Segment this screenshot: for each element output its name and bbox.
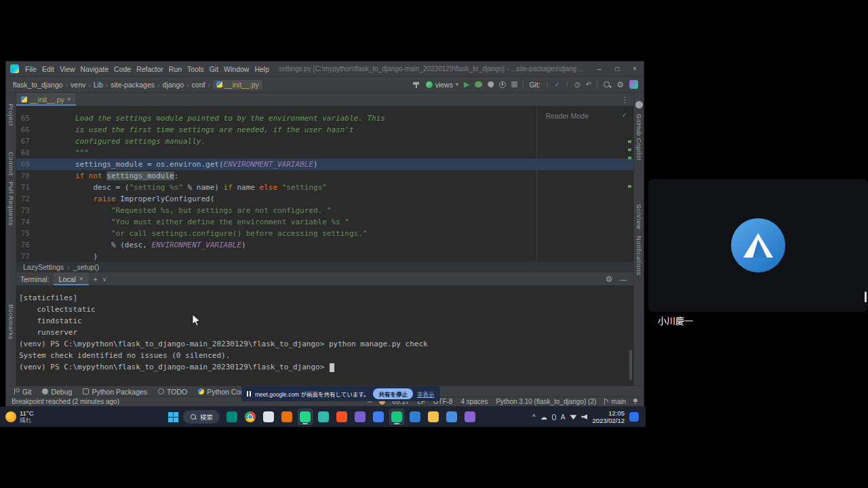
- taskbar-app-chrome[interactable]: [243, 409, 258, 425]
- github-copilot-icon[interactable]: [635, 101, 643, 108]
- breadcrumb-site-packages[interactable]: site-packages: [111, 81, 155, 89]
- taskbar-app-edge[interactable]: [408, 409, 422, 425]
- line-number[interactable]: 66: [16, 124, 39, 136]
- tab-init-py[interactable]: __init__.py ×: [16, 93, 77, 106]
- tool-stripe-project[interactable]: Project: [7, 104, 15, 126]
- line-number[interactable]: 70: [16, 170, 39, 182]
- menu-code[interactable]: Code: [111, 62, 134, 77]
- ide-ai-icon[interactable]: [629, 80, 638, 89]
- code-line-67[interactable]: 67 configured settings manually.: [16, 136, 633, 147]
- new-terminal-icon[interactable]: +: [89, 275, 102, 283]
- code-line-74[interactable]: 74 "You must either define the environme…: [16, 216, 633, 228]
- taskbar-app-app-purple[interactable]: [353, 409, 368, 425]
- menu-run[interactable]: Run: [166, 62, 184, 77]
- line-number[interactable]: 67: [16, 136, 39, 147]
- coverage-button[interactable]: [488, 81, 494, 88]
- line-number[interactable]: 74: [16, 216, 39, 228]
- tool-stripe-commit[interactable]: Commit: [7, 152, 15, 176]
- volume-icon[interactable]: [581, 414, 587, 420]
- notifications-bell-icon[interactable]: [633, 399, 638, 405]
- taskbar-app-explorer[interactable]: [261, 409, 276, 425]
- code-line-72[interactable]: 72 raise ImproperlyConfigured(: [16, 193, 633, 205]
- taskbar-app-app-red[interactable]: [334, 409, 349, 425]
- code-line-70[interactable]: 70 if not settings_module:: [16, 170, 633, 182]
- ime-indicator[interactable]: A: [561, 413, 566, 421]
- taskbar-app-app-blue[interactable]: [371, 409, 386, 425]
- code-line-75[interactable]: 75 "or call settings.configure() before …: [16, 228, 633, 239]
- toolwindow-todo[interactable]: TODO: [158, 388, 187, 396]
- menu-help[interactable]: Help: [252, 62, 272, 77]
- taskbar-app-app-teal[interactable]: [316, 409, 331, 425]
- code-line-68[interactable]: 68 """: [16, 147, 633, 159]
- tool-stripe-notifications[interactable]: Notifications: [635, 236, 643, 275]
- menu-window[interactable]: Window: [221, 62, 252, 77]
- menu-tools[interactable]: Tools: [184, 62, 207, 77]
- menu-file[interactable]: File: [22, 62, 39, 77]
- tool-stripe-github-copilot[interactable]: GitHub Copilot: [635, 114, 643, 161]
- python-interpreter[interactable]: Python 3.10 (flask_to_django) (2): [496, 398, 596, 405]
- tool-stripe-pull-requests[interactable]: Pull Requests: [7, 182, 15, 226]
- stop-sharing-button[interactable]: 共有を停止: [373, 388, 413, 399]
- run-configuration-select[interactable]: views ▾: [426, 81, 458, 89]
- taskbar-clock[interactable]: 12:05 2023/02/12: [592, 409, 625, 425]
- code-line-76[interactable]: 76 % (desc, ENVIRONMENT_VARIABLE): [16, 239, 633, 251]
- profiler-button[interactable]: [499, 81, 506, 88]
- weather-widget[interactable]: 11°C 晴れ: [0, 410, 34, 424]
- wifi-icon[interactable]: [570, 414, 576, 420]
- git-update-icon[interactable]: ↓: [546, 81, 549, 88]
- breadcrumb-conf[interactable]: conf: [192, 81, 205, 89]
- line-number[interactable]: 68: [16, 147, 39, 159]
- tool-stripe-sciview[interactable]: SciView: [635, 204, 643, 229]
- line-number[interactable]: 76: [16, 239, 39, 251]
- git-history-icon[interactable]: ◷: [574, 81, 580, 88]
- code-line-65[interactable]: 65 Load the settings module pointed to b…: [16, 113, 633, 124]
- code-line-69[interactable]: 69 settings_module = os.environ.get(ENVI…: [16, 159, 633, 170]
- toolwindow-python-packages[interactable]: Python Packages: [83, 388, 147, 396]
- code-line-73[interactable]: 73 "Requested %s, but settings are not c…: [16, 205, 633, 216]
- tool-stripe-bookmarks[interactable]: Bookmarks: [7, 304, 15, 340]
- notification-badge[interactable]: [629, 412, 639, 422]
- minimize-icon[interactable]: —: [620, 275, 627, 283]
- close-icon[interactable]: ×: [79, 275, 83, 283]
- terminal-tab-local[interactable]: Local ×: [54, 272, 89, 285]
- taskbar-app-app-orange[interactable]: [279, 409, 294, 425]
- cloud-icon[interactable]: ☁: [540, 413, 547, 421]
- close-icon[interactable]: ×: [67, 96, 71, 103]
- breadcrumb-flask-to-django[interactable]: flask_to_django: [13, 81, 63, 89]
- line-number[interactable]: 71: [16, 182, 39, 193]
- taskbar-app-folder[interactable]: [426, 409, 441, 425]
- taskbar-app-meet[interactable]: [224, 409, 239, 425]
- terminal[interactable]: [staticfiles] collectstatic findstatic r…: [16, 285, 633, 386]
- menu-edit[interactable]: Edit: [39, 62, 57, 77]
- maximize-button[interactable]: □: [608, 62, 626, 77]
- build-hammer-icon[interactable]: [412, 81, 420, 89]
- chevron-down-icon[interactable]: ∨: [102, 276, 107, 283]
- hide-button[interactable]: 非表示: [417, 390, 435, 398]
- editor-breadcrumb-lazysettings[interactable]: LazySettings: [23, 263, 64, 271]
- editor-breadcrumb-setup[interactable]: _setup(): [73, 263, 100, 271]
- scrollbar[interactable]: [629, 350, 632, 380]
- inspection-ok-icon[interactable]: ✓: [622, 110, 627, 119]
- menu-navigate[interactable]: Navigate: [78, 62, 111, 77]
- search-everywhere-icon[interactable]: [603, 81, 611, 89]
- run-button[interactable]: ▶: [464, 81, 469, 88]
- reader-mode-label[interactable]: Reader Mode: [545, 112, 589, 120]
- settings-gear-icon[interactable]: ⚙: [606, 275, 613, 283]
- code-line-71[interactable]: 71 desc = ("setting %s" % name) if name …: [16, 182, 633, 193]
- mic-icon[interactable]: [552, 414, 556, 420]
- breadcrumb-lib[interactable]: Lib: [94, 81, 103, 89]
- line-number[interactable]: 65: [16, 113, 39, 124]
- code-editor[interactable]: 65 Load the settings module pointed to b…: [16, 106, 633, 261]
- line-number[interactable]: 69: [16, 159, 39, 170]
- menu-git[interactable]: Git: [207, 62, 221, 77]
- breadcrumb-init-py[interactable]: __init__.py: [213, 80, 262, 89]
- minimize-button[interactable]: –: [591, 62, 608, 77]
- taskbar-app-pycharm-2[interactable]: [389, 409, 404, 425]
- menu-view[interactable]: View: [57, 62, 78, 77]
- settings-gear-icon[interactable]: ⚙: [616, 81, 624, 89]
- git-push-icon[interactable]: ↑: [566, 81, 569, 88]
- line-number[interactable]: 75: [16, 228, 39, 239]
- git-branch[interactable]: main: [604, 398, 626, 405]
- breadcrumb-venv[interactable]: venv: [71, 81, 85, 89]
- indent-style[interactable]: 4 spaces: [460, 398, 488, 405]
